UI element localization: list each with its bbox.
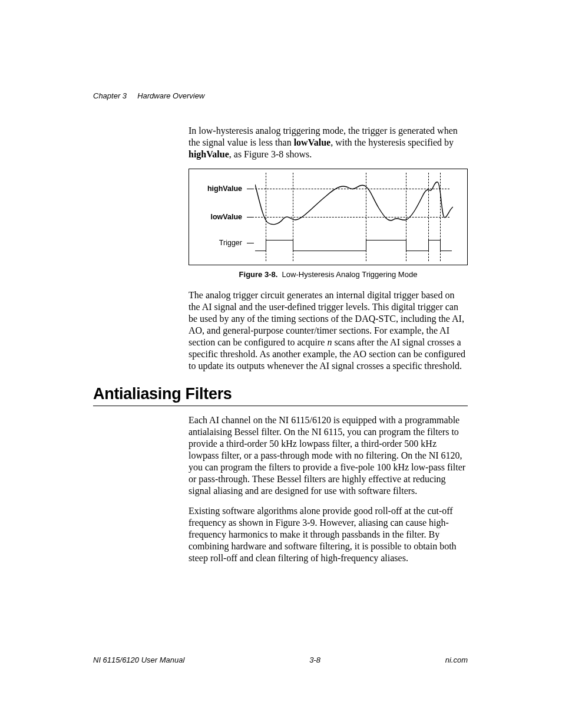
leader-line bbox=[247, 243, 254, 243]
leader-line bbox=[247, 189, 254, 189]
figure-caption: Figure 3-8. Low-Hysteresis Analog Trigge… bbox=[189, 270, 468, 279]
trigger-baseline bbox=[293, 251, 366, 251]
page: Chapter 3 Hardware Overview In low-hyste… bbox=[0, 0, 562, 728]
lowvalue-term: lowValue bbox=[294, 137, 331, 147]
chapter-number: Chapter 3 bbox=[93, 91, 127, 100]
chapter-title: Hardware Overview bbox=[137, 91, 204, 100]
trigger-edge bbox=[366, 240, 366, 251]
trigger-edge bbox=[293, 240, 293, 251]
section-heading-antialiasing: Antialiasing Filters bbox=[93, 385, 468, 406]
figure-title: Low-Hysteresis Analog Triggering Mode bbox=[282, 270, 418, 279]
figure-number: Figure 3-8. bbox=[239, 270, 278, 279]
trigger-high bbox=[428, 240, 440, 241]
analog-waveform bbox=[255, 173, 453, 232]
trigger-explanation-paragraph: The analog trigger circuit generates an … bbox=[189, 289, 468, 372]
highvalue-label: highValue bbox=[189, 185, 242, 193]
highvalue-term: highValue bbox=[189, 149, 229, 159]
footer-page-number: 3-8 bbox=[309, 655, 320, 664]
footer-manual-title: NI 6115/6120 User Manual bbox=[93, 655, 184, 664]
trigger-edge bbox=[266, 240, 266, 251]
trigger-label: Trigger bbox=[189, 239, 242, 247]
lowvalue-label: lowValue bbox=[189, 213, 242, 221]
trigger-high bbox=[366, 240, 406, 241]
running-header: Chapter 3 Hardware Overview bbox=[93, 91, 468, 100]
trigger-baseline bbox=[440, 251, 452, 251]
trigger-high bbox=[266, 240, 293, 241]
page-footer: NI 6115/6120 User Manual 3-8 ni.com bbox=[93, 655, 468, 664]
trigger-baseline bbox=[255, 251, 266, 251]
body-column: Each AI channel on the NI 6115/6120 is e… bbox=[189, 414, 468, 564]
trigger-edge bbox=[440, 240, 441, 251]
footer-url: ni.com bbox=[445, 655, 468, 664]
trigger-baseline bbox=[406, 251, 428, 251]
leader-line bbox=[247, 217, 254, 218]
antialiasing-paragraph-2: Existing software algorithms alone provi… bbox=[189, 505, 468, 564]
body-column: In low-hysteresis analog triggering mode… bbox=[189, 125, 468, 372]
figure-3-8: highValue lowValue Trigger bbox=[189, 169, 468, 265]
intro-paragraph: In low-hysteresis analog triggering mode… bbox=[189, 125, 468, 160]
antialiasing-paragraph-1: Each AI channel on the NI 6115/6120 is e… bbox=[189, 414, 468, 497]
trigger-edge bbox=[406, 240, 406, 251]
trigger-edge bbox=[428, 240, 429, 251]
